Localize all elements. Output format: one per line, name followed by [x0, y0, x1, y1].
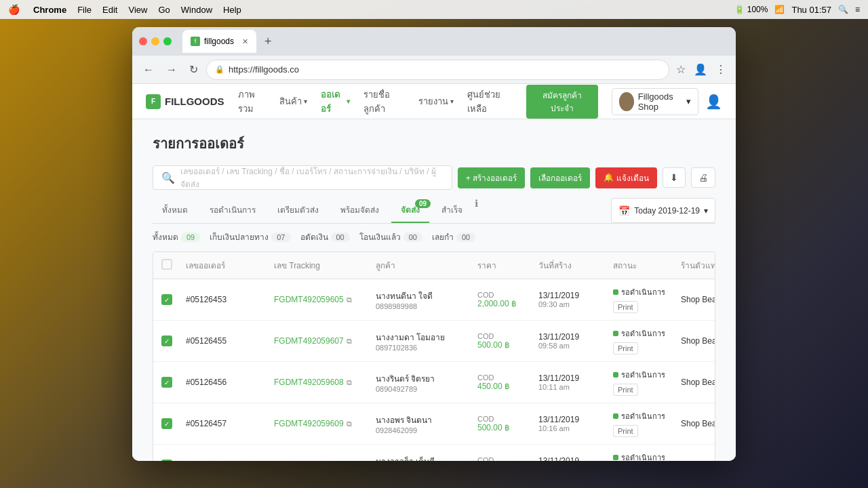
- checkbox-checked[interactable]: ✓: [161, 294, 172, 305]
- copy-icon[interactable]: ⧉: [347, 461, 352, 462]
- brand-name: FILLGOODS: [165, 96, 224, 107]
- browser-tab[interactable]: f fillgoods ✕: [182, 30, 256, 53]
- row3-tracking[interactable]: FGDMT492059608 ⧉: [274, 378, 376, 387]
- tab-all[interactable]: ทั้งหมด: [153, 198, 197, 223]
- filter-cod[interactable]: เก็บเงินปลายทาง 07: [210, 230, 290, 243]
- forward-button[interactable]: →: [162, 61, 181, 79]
- row4-shop: Shop Beauty: [681, 419, 715, 428]
- menu-go[interactable]: Go: [158, 5, 170, 15]
- row5-order-id: #05126458: [186, 460, 274, 461]
- row3-order-id: #05126456: [186, 378, 274, 387]
- row4-checkbox[interactable]: ✓: [161, 418, 186, 429]
- row3-checkbox[interactable]: ✓: [161, 377, 186, 388]
- nav-overview[interactable]: ภาพรวม: [238, 87, 266, 116]
- row1-customer: นางทนดีนา ใจดี 0898989988: [376, 289, 477, 310]
- menu-chrome[interactable]: Chrome: [33, 5, 66, 15]
- copy-icon[interactable]: ⧉: [347, 296, 352, 304]
- tab-preparing[interactable]: เตรียมตัวส่ง: [268, 198, 328, 223]
- menu-help[interactable]: Help: [223, 5, 241, 15]
- more-icon[interactable]: ⋮: [713, 60, 729, 79]
- row1-checkbox[interactable]: ✓: [161, 294, 186, 305]
- row3-shop: Shop Beauty: [681, 378, 715, 387]
- copy-icon[interactable]: ⧉: [347, 420, 352, 428]
- fullscreen-button[interactable]: [163, 37, 172, 45]
- tab-shipping[interactable]: จัดส่ง 09: [391, 198, 429, 223]
- nav-orders[interactable]: ออเดอร์ ▾: [321, 87, 351, 116]
- shop-arrow: ▾: [686, 96, 691, 106]
- row2-tracking[interactable]: FGDMT492059607 ⧉: [274, 336, 376, 346]
- checkbox-checked[interactable]: ✓: [161, 377, 172, 388]
- brand-logo: F FILLGOODS: [146, 94, 224, 109]
- checkbox-checked[interactable]: ✓: [161, 460, 172, 461]
- filter-cod-badge: 07: [271, 232, 290, 242]
- checkbox-checked[interactable]: ✓: [161, 336, 172, 346]
- minimize-button[interactable]: [151, 37, 159, 45]
- print-button[interactable]: 🖨: [691, 167, 715, 188]
- row5-checkbox[interactable]: ✓: [161, 460, 186, 461]
- address-bar[interactable]: 🔒 https://fillgoods.co: [206, 60, 669, 80]
- tab-pending[interactable]: รอดำเนินการ: [200, 198, 265, 223]
- menu-window[interactable]: Window: [181, 5, 212, 15]
- shop-name: Fillgoods Shop: [638, 92, 682, 112]
- info-icon[interactable]: ℹ: [475, 198, 478, 223]
- new-tab-button[interactable]: +: [264, 35, 272, 49]
- print-label-button[interactable]: Print: [613, 384, 638, 396]
- print-label-button[interactable]: Print: [613, 425, 638, 437]
- search-action-row: 🔍 เลขออเดอร์ / เลข Tracking / ชื่อ / เบอ…: [153, 165, 715, 190]
- select-order-button[interactable]: เลือกออเดอร์: [530, 167, 590, 188]
- nav-help[interactable]: ศูนย์ช่วยเหลือ: [467, 87, 513, 116]
- register-cta-button[interactable]: สมัครลูกค้าประจำ: [526, 85, 599, 119]
- tab-success[interactable]: สำเร็จ: [432, 198, 472, 223]
- bookmark-icon[interactable]: ☆: [673, 60, 688, 79]
- filter-overdue[interactable]: เลยกำ 00: [432, 230, 475, 243]
- menu-view[interactable]: View: [128, 5, 147, 15]
- print-label-button[interactable]: Print: [613, 342, 638, 354]
- copy-icon[interactable]: ⧉: [347, 378, 352, 387]
- list-icon[interactable]: ≡: [855, 5, 860, 14]
- filter-all-badge: 09: [181, 232, 200, 242]
- copy-icon[interactable]: ⧉: [347, 337, 352, 346]
- row5-shop: Shop Beauty: [681, 460, 715, 461]
- filter-deduct[interactable]: อตัดเงิน 00: [300, 230, 350, 243]
- row5-tracking[interactable]: FGDMT492059610 ⧉: [274, 460, 376, 461]
- select-all-checkbox[interactable]: [161, 259, 172, 270]
- create-order-button[interactable]: + สร้างออเดอร์: [458, 167, 525, 188]
- profile-icon[interactable]: 👤: [691, 60, 710, 79]
- download-button[interactable]: ⬇: [663, 167, 686, 188]
- tab-close-icon[interactable]: ✕: [242, 37, 248, 46]
- row2-checkbox[interactable]: ✓: [161, 336, 186, 346]
- brand-icon: F: [146, 94, 161, 109]
- print-label-button[interactable]: Print: [613, 301, 638, 313]
- reload-button[interactable]: ↻: [185, 60, 202, 79]
- status-dot: [613, 413, 618, 419]
- row5-status: รอดำเนินการ Print: [613, 451, 681, 461]
- th-order-id: เลขออเดอร์: [186, 259, 274, 272]
- row2-status: รอดำเนินการ Print: [613, 327, 681, 354]
- reports-arrow: ▾: [450, 98, 454, 105]
- checkbox-checked[interactable]: ✓: [161, 418, 172, 429]
- row3-date: 13/11/2019 10:11 am: [538, 373, 613, 391]
- menu-edit[interactable]: Edit: [102, 5, 117, 15]
- filter-all[interactable]: ทั้งหมด 09: [153, 230, 200, 243]
- shop-selector[interactable]: Fillgoods Shop ▾: [612, 88, 698, 115]
- search-icon[interactable]: 🔍: [838, 5, 848, 14]
- menu-file[interactable]: File: [77, 5, 92, 15]
- search-input-wrapper[interactable]: 🔍 เลขออเดอร์ / เลข Tracking / ชื่อ / เบอ…: [153, 165, 452, 190]
- close-button[interactable]: [139, 37, 147, 45]
- mac-menubar: 🍎 Chrome File Edit View Go Window Help 🔋…: [0, 0, 868, 19]
- nav-reports[interactable]: รายงาน ▾: [418, 94, 454, 108]
- tab-ready[interactable]: พร้อมจัดส่ง: [331, 198, 389, 223]
- row1-tracking[interactable]: FGDMT492059605 ⧉: [274, 295, 376, 304]
- user-account-icon[interactable]: 👤: [705, 94, 722, 110]
- nav-products[interactable]: สินค้า ▾: [279, 94, 307, 108]
- row4-tracking[interactable]: FGDMT492059609 ⧉: [274, 419, 376, 428]
- nav-customers[interactable]: รายชื่อลูกค้า: [363, 87, 405, 116]
- filter-transferred[interactable]: โอนเงินแล้ว 00: [359, 230, 422, 243]
- tab-title: fillgoods: [204, 37, 234, 46]
- filter-transferred-badge: 00: [403, 232, 422, 242]
- date-picker[interactable]: 📅 Today 2019-12-19 ▾: [611, 198, 715, 223]
- row4-status: รอดำเนินการ Print: [613, 410, 681, 437]
- back-button[interactable]: ←: [139, 61, 158, 79]
- notify-button[interactable]: 🔔 แจ้งเตือน: [595, 167, 657, 188]
- row2-shop: Shop Beauty: [681, 336, 715, 346]
